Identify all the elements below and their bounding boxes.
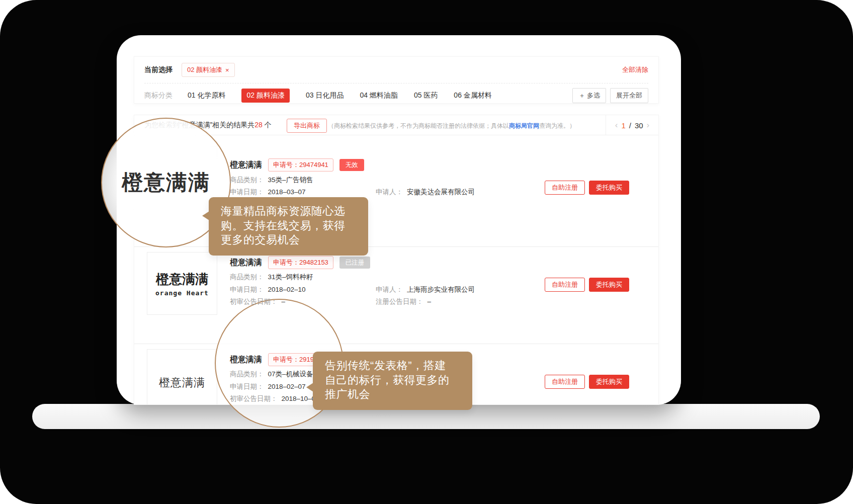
field-label: 商品类别：: [230, 273, 264, 281]
field-label: 申请日期：: [230, 286, 264, 293]
application-number-tag: 申请号：29482153: [268, 256, 333, 269]
multi-select-button[interactable]: ＋ 多选: [572, 88, 606, 103]
field-value: –: [282, 298, 286, 305]
pagination: ‹ 1 / 30 ›: [606, 115, 658, 135]
summary-suffix: 个: [263, 121, 272, 129]
category-item-06[interactable]: 06 金属材料: [454, 91, 491, 100]
close-icon[interactable]: ×: [225, 66, 229, 74]
category-row-label: 商标分类: [144, 91, 173, 100]
field-value: 35类–广告销售: [268, 176, 313, 184]
page-stage: 当前选择 02 颜料油漆 × 全部清除 商标分类 01 化学原料 02 颜料油漆…: [0, 0, 853, 504]
reg-announce-field: 注册公告日期：–: [376, 297, 431, 306]
trademark-name: 橙意满满: [230, 355, 262, 365]
row-content: 橙意满满 申请号：29482153 已注册 商品类别：31类–饲料种籽 申请日期…: [230, 247, 658, 344]
apply-date-field: 申请日期：2018–03–07: [230, 188, 306, 197]
category-item-01[interactable]: 01 化学原料: [188, 91, 225, 100]
selected-category-tag-label: 02 颜料油漆: [187, 65, 222, 74]
trademark-image-text: 橙意满满: [156, 271, 208, 288]
current-selection-row: 当前选择 02 颜料油漆 × 全部清除: [144, 62, 648, 78]
pagination-separator: /: [629, 121, 631, 130]
title-line: 橙意满满 申请号：29474941 无效: [230, 158, 364, 172]
field-label: 初审公告日期：: [230, 395, 278, 402]
chevron-right-icon[interactable]: ›: [647, 120, 650, 130]
expand-all-button[interactable]: 展开全部: [610, 88, 648, 103]
title-line: 橙意满满 申请号：29482153 已注册: [230, 256, 370, 269]
category-item-02-active[interactable]: 02 颜料油漆: [241, 89, 289, 103]
field-value: 上海雨步实业有限公司: [407, 286, 475, 293]
table-row: 橙意满满 orange Heart 橙意满满 申请号：29482153 已注册 …: [134, 247, 658, 344]
entrust-buy-button[interactable]: 委托购买: [589, 375, 629, 389]
field-value: 2018–02–07: [268, 383, 306, 390]
filter-card: 当前选择 02 颜料油漆 × 全部清除 商标分类 01 化学原料 02 颜料油漆…: [134, 56, 659, 104]
self-register-button[interactable]: 自助注册: [545, 181, 585, 195]
category-item-05[interactable]: 05 医药: [414, 91, 438, 100]
row-actions: 自助注册 委托购买: [545, 181, 629, 195]
trademark-image-text: 橙意满满: [159, 375, 205, 390]
category-field: 商品类别：31类–饲料种籽: [230, 273, 313, 282]
field-label: 申请人：: [376, 286, 403, 293]
field-value: 31类–饲料种籽: [268, 273, 313, 281]
applicant-field: 申请人：上海雨步实业有限公司: [376, 285, 475, 294]
clear-all-button[interactable]: 全部清除: [622, 65, 648, 74]
row-actions: 自助注册 委托购买: [545, 375, 629, 389]
self-register-button[interactable]: 自助注册: [545, 375, 585, 389]
appno-label: 申请号：: [273, 356, 299, 363]
field-label: 注册公告日期：: [376, 298, 423, 305]
category-item-03[interactable]: 03 日化用品: [306, 91, 344, 100]
self-register-button[interactable]: 自助注册: [545, 278, 585, 292]
row-actions: 自助注册 委托购买: [545, 278, 629, 292]
apply-date-field: 申请日期：2018–02–07: [230, 382, 306, 391]
trademark-image: 橙意满满 orange Heart: [147, 252, 217, 315]
initial-announce-field: 初审公告日期：–: [230, 297, 285, 306]
field-value: 安徽美达会展有限公司: [407, 188, 475, 196]
field-label: 商品类别：: [230, 370, 264, 378]
appno-label: 申请号：: [273, 259, 299, 266]
entrust-buy-button[interactable]: 委托购买: [589, 181, 629, 195]
category-row: 商标分类 01 化学原料 02 颜料油漆 03 日化用品 04 燃料油脂 05 …: [144, 88, 648, 103]
category-item-04[interactable]: 04 燃料油脂: [360, 91, 397, 100]
trademark-name: 橙意满满: [230, 258, 262, 268]
status-badge: 无效: [339, 159, 364, 171]
trademark-name: 橙意满满: [230, 160, 262, 171]
field-value: –: [428, 298, 432, 305]
field-label: 申请日期：: [230, 188, 264, 196]
appno-label: 申请号：: [273, 161, 299, 169]
pagination-total-pages: 30: [635, 121, 643, 130]
disclaimer-prefix: （商标检索结果仅供参考，不作为商标能否注册的法律依据；具体以: [328, 122, 509, 129]
trademark-image: 橙意满满: [147, 349, 217, 405]
field-value: 07类–机械设备: [268, 370, 313, 378]
appno-value: 29474941: [299, 161, 328, 169]
results-header: 为您检索到“橙意满满”相关的结果共28 个 导出商标 （商标检索结果仅供参考，不…: [134, 115, 658, 135]
appno-value: 29482153: [299, 259, 328, 266]
field-label: 申请日期：: [230, 383, 264, 390]
summary-count: 28: [254, 121, 263, 129]
trademark-image-subtext: orange Heart: [155, 289, 209, 297]
status-badge: 已注册: [339, 257, 371, 269]
chevron-left-icon[interactable]: ‹: [615, 120, 618, 130]
field-label: 初审公告日期：: [230, 298, 278, 305]
field-label: 商品类别：: [230, 176, 264, 184]
disclaimer-text: （商标检索结果仅供参考，不作为商标能否注册的法律依据；具体以商标局官网查询为准。…: [328, 122, 575, 130]
marketing-tooltip: 海量精品商标资源随心选 购。支持在线交易，获得 更多的交易机会: [209, 197, 368, 256]
selected-category-tag[interactable]: 02 颜料油漆 ×: [182, 63, 235, 77]
field-value: 2018–03–07: [268, 188, 306, 196]
category-field: 商品类别：35类–广告销售: [230, 176, 313, 185]
apply-date-field: 申请日期：2018–02–10: [230, 285, 306, 294]
dashed-divider: [144, 83, 648, 83]
marketing-tooltip: 告别传统“发表格”，搭建 自己的标行，获得更多的 推广机会: [313, 352, 472, 410]
magnified-trademark-text: 橙意满满: [122, 169, 210, 197]
trademark-office-link[interactable]: 商标局官网: [509, 122, 539, 129]
application-number-tag: 申请号：29474941: [268, 158, 333, 172]
category-field: 商品类别：07类–机械设备: [230, 370, 313, 379]
current-selection-label: 当前选择: [144, 65, 173, 74]
applicant-field: 申请人：安徽美达会展有限公司: [376, 188, 475, 197]
field-label: 申请人：: [376, 188, 403, 196]
initial-announce-field: 初审公告日期：2018–10–06: [230, 394, 319, 403]
entrust-buy-button[interactable]: 委托购买: [589, 278, 629, 292]
disclaimer-suffix: 查询为准。）: [539, 122, 575, 129]
pagination-current-page: 1: [621, 121, 625, 130]
export-trademark-button[interactable]: 导出商标: [287, 119, 327, 133]
field-value: 2018–02–10: [268, 286, 306, 293]
